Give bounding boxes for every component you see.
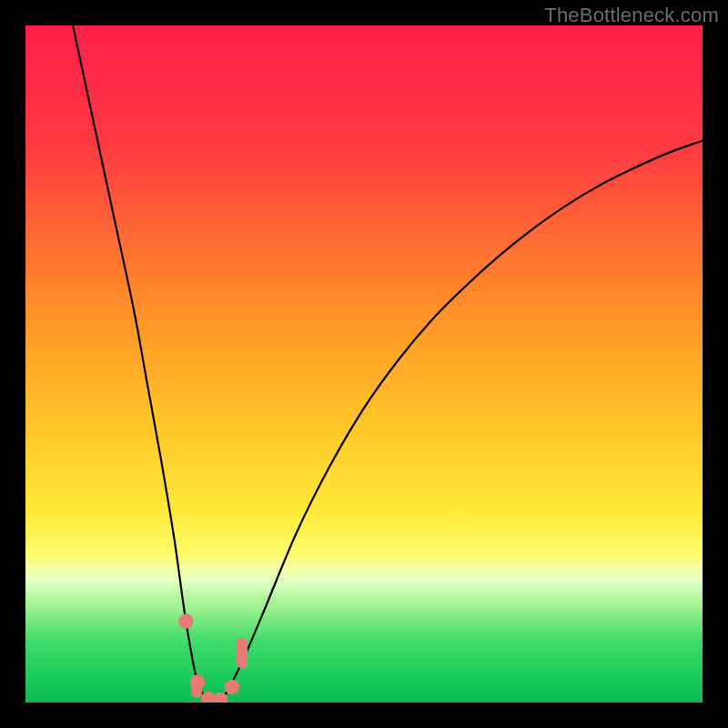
- marker-dot: [225, 680, 239, 694]
- watermark-text: TheBottleneck.com: [544, 4, 719, 27]
- marker-pill: [237, 638, 248, 669]
- chart-frame: [25, 25, 703, 703]
- gradient-background: [25, 25, 703, 703]
- marker-pill: [191, 674, 202, 697]
- marker-dot: [178, 614, 193, 629]
- bottleneck-chart: [25, 25, 703, 703]
